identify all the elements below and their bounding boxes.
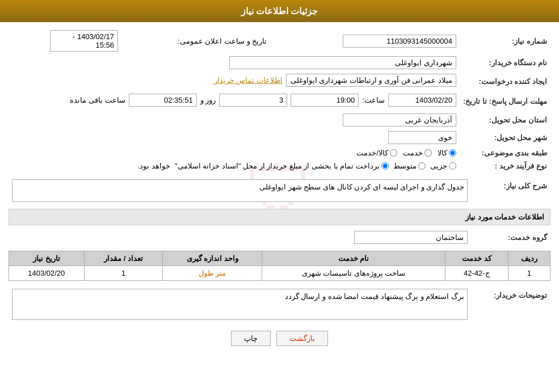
page-title: جزئیات اطلاعات نیاز <box>241 6 318 16</box>
page-header: جزئیات اطلاعات نیاز <box>0 0 559 22</box>
cell-need-date: 1403/02/20 <box>9 266 85 281</box>
service-group-label: گروه خدمت: <box>471 229 550 246</box>
category-label: طبقه بندی موضوعی: <box>460 146 550 159</box>
creator-value: میلاد عمرانی فن آوری و ارتباطات شهرداری … <box>286 74 456 87</box>
deadline-time: 19:00 <box>291 94 359 107</box>
need-description-value: جدول گذاری و اجرای لیسه ای کردن کانال ها… <box>12 179 468 202</box>
col-unit: واحد اندازه گیری <box>163 251 262 266</box>
purchase-type-radio-jozi[interactable]: جزیی <box>430 162 456 170</box>
category-radio-khedmat[interactable]: خدمت <box>403 149 432 157</box>
announce-datetime-value: 1403/02/17 - 15:56 <box>50 30 118 52</box>
buyer-description-value: برگ استعلام و برگ پیشنهاد قیمت امضا شده … <box>12 289 468 320</box>
cell-unit: متر طول <box>163 266 262 281</box>
city-value: خوی <box>388 131 456 144</box>
buttons-row: بازگشت چاپ <box>9 331 550 346</box>
deadline-remaining-label: ساعت باقی مانده <box>70 96 125 104</box>
need-number-label: شماره نیاز: <box>460 28 550 54</box>
col-service-code: کد خدمت <box>445 251 508 266</box>
deadline-days: 3 <box>219 94 287 107</box>
deadline-days-label: روز و <box>200 96 216 104</box>
province-value: آذربایجان غربی <box>343 113 456 127</box>
city-label: شهر محل تحویل: <box>460 129 550 146</box>
services-table: ردیف کد خدمت نام خدمت واحد اندازه گیری ت… <box>9 251 550 281</box>
purchase-type-radio-asnad[interactable]: برداخت تمام یا بخشی از مبلغ خریداز از مح… <box>175 162 389 170</box>
deadline-date: 1403/02/20 <box>388 94 456 107</box>
buyer-org-value: شهرداری ایواوغلی <box>229 56 456 69</box>
services-section-title: اطلاعات خدمات مورد نیاز <box>9 209 550 225</box>
purchase-type-radio-motavaset[interactable]: متوسط <box>393 162 426 170</box>
print-button[interactable]: چاپ <box>231 331 271 346</box>
province-label: استان محل تحویل: <box>460 111 550 129</box>
col-need-date: تاریخ نیاز <box>9 251 85 266</box>
col-row-num: ردیف <box>508 251 550 266</box>
service-group-value: ساختمان <box>354 231 468 244</box>
cell-row-num: 1 <box>508 266 550 281</box>
deadline-label: مهلت ارسال پاسخ: تا تاریخ: <box>460 91 550 111</box>
creator-link[interactable]: اطلاعات تماس خریدار <box>214 76 283 85</box>
table-row: 1 ج-42-42 ساخت پروژه‌های تاسیسات شهری مت… <box>9 266 550 281</box>
buyer-description-label: توضیحات خریدار: <box>471 286 550 322</box>
need-description-label: شرح کلی نیاز: <box>471 177 550 204</box>
creator-label: ایجاد کننده درخواست: <box>460 71 550 91</box>
purchase-type-label: نوع فرآیند خرید : <box>460 159 550 172</box>
category-radio-kala-khedmat[interactable]: کالا/خدمت <box>356 149 397 157</box>
cell-count: 1 <box>84 266 163 281</box>
deadline-time-label: ساعت: <box>362 96 385 104</box>
buyer-org-label: نام دستگاه خریدار: <box>460 54 550 71</box>
need-number-value: 1103093145000004 <box>343 35 456 48</box>
col-count: تعداد / مقدار <box>84 251 163 266</box>
purchase-type-notice: خواهد بود. <box>138 162 170 170</box>
cell-service-code: ج-42-42 <box>445 266 508 281</box>
announce-datetime-label: تاریخ و ساعت اعلان عمومی: <box>121 28 278 54</box>
col-service-name: نام خدمت <box>262 251 445 266</box>
cell-service-name: ساخت پروژه‌های تاسیسات شهری <box>262 266 445 281</box>
category-radio-kala[interactable]: کالا <box>438 149 456 157</box>
back-button[interactable]: بازگشت <box>276 331 328 346</box>
deadline-remaining: 02:35:51 <box>129 94 197 107</box>
